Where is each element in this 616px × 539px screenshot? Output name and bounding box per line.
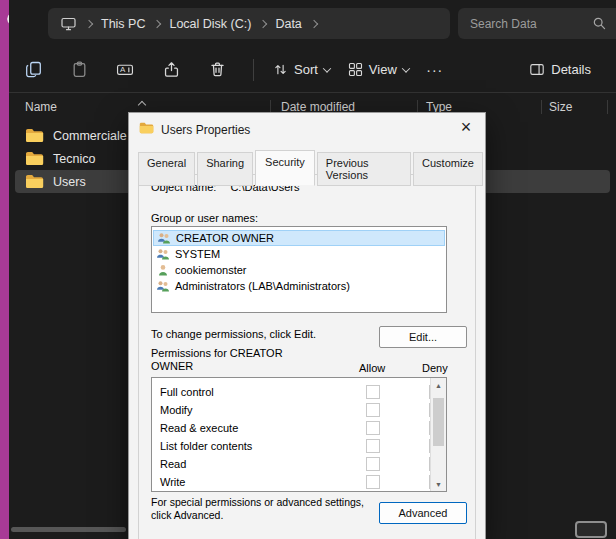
list-item-administrators[interactable]: Administrators (LAB\Administrators) [153, 278, 445, 294]
this-pc-icon [60, 16, 77, 32]
chevron-down-icon [402, 64, 410, 72]
scrollbar-thumb[interactable] [433, 398, 444, 446]
permission-name: Modify [160, 404, 192, 416]
sort-ascending-icon [138, 101, 146, 109]
allow-checkbox[interactable] [366, 403, 380, 417]
rename-button[interactable]: A [105, 52, 145, 88]
allow-checkbox[interactable] [366, 439, 380, 453]
tab-customize[interactable]: Customize [413, 152, 483, 186]
allow-column-label: Allow [359, 362, 385, 374]
view-button[interactable]: View [339, 52, 418, 88]
command-toolbar: A S [9, 47, 616, 93]
file-name: Tecnico [53, 152, 95, 166]
paste-icon [71, 61, 88, 78]
breadcrumb-local-disk-c[interactable]: Local Disk (C:) [169, 17, 251, 31]
details-label: Details [551, 62, 591, 77]
permission-row-full-control: Full control [152, 383, 446, 401]
scroll-up-icon[interactable]: ▲ [431, 378, 446, 392]
group-user-names-list: CREATOR OWNER SYSTEM cookiemonster [151, 226, 447, 313]
advanced-hint-text: For special permissions or advanced sett… [151, 496, 369, 521]
permission-row-list-folder-contents: List folder contents [152, 437, 446, 455]
column-size[interactable]: Size [549, 100, 572, 114]
scroll-down-icon[interactable]: ▼ [431, 477, 446, 491]
file-name: Users [53, 175, 86, 189]
allow-checkbox[interactable] [366, 385, 380, 399]
permission-row-modify: Modify [152, 401, 446, 419]
tab-previous-versions[interactable]: Previous Versions [317, 152, 411, 186]
group-icon [157, 232, 171, 245]
permission-row-write: Write [152, 473, 446, 491]
principal-name: SYSTEM [175, 248, 220, 260]
screen: This PC Local Disk (C:) Data [0, 0, 616, 539]
column-divider[interactable] [541, 100, 542, 114]
permissions-list: Full control Modify Read & execute List … [151, 377, 447, 492]
folder-icon [25, 128, 44, 143]
copy-button[interactable] [13, 52, 53, 88]
background-app-edge [0, 0, 9, 539]
chevron-down-icon [323, 64, 331, 72]
breadcrumb-data[interactable]: Data [275, 17, 301, 31]
breadcrumb-chevron-icon [85, 19, 93, 27]
dialog-title: Users Properties [161, 123, 250, 137]
permission-name: Read [160, 458, 186, 470]
tab-security[interactable]: Security [255, 150, 315, 186]
copy-icon [25, 61, 42, 78]
group-user-names-label: Group or user names: [151, 212, 258, 224]
ellipsis-icon: ··· [426, 62, 443, 78]
permission-name: Full control [160, 386, 214, 398]
trash-icon [209, 61, 226, 78]
allow-checkbox[interactable] [366, 475, 380, 489]
svg-text:A: A [120, 65, 126, 74]
principal-name: cookiemonster [175, 264, 247, 276]
delete-button[interactable] [197, 52, 237, 88]
tab-general[interactable]: General [138, 152, 195, 186]
breadcrumb-this-pc[interactable]: This PC [101, 17, 145, 31]
details-button[interactable]: Details [520, 52, 600, 88]
advanced-button[interactable]: Advanced [379, 502, 467, 524]
permission-row-read: Read [152, 455, 446, 473]
edit-button[interactable]: Edit... [379, 326, 467, 348]
share-icon [163, 61, 180, 78]
details-pane-icon [529, 62, 545, 77]
system-tray-icon[interactable] [575, 521, 607, 538]
horizontal-scrollbar-thumb[interactable] [11, 527, 126, 532]
permissions-for-label: Permissions for CREATOR OWNER [151, 347, 301, 373]
permission-name: List folder contents [160, 440, 252, 452]
group-icon [156, 280, 170, 293]
list-item-system[interactable]: SYSTEM [153, 246, 445, 262]
column-name[interactable]: Name [25, 100, 57, 114]
properties-dialog: Users Properties × General Sharing Secur… [128, 112, 486, 539]
share-button[interactable] [151, 52, 191, 88]
address-bar[interactable]: This PC Local Disk (C:) Data [48, 8, 450, 39]
column-divider[interactable] [607, 100, 608, 114]
allow-checkbox[interactable] [366, 421, 380, 435]
search-box [458, 8, 616, 39]
breadcrumb-chevron-icon [310, 19, 318, 27]
permission-name: Write [160, 476, 185, 488]
list-item-cookiemonster[interactable]: cookiemonster [153, 262, 445, 278]
paste-button[interactable] [59, 52, 99, 88]
tab-sharing[interactable]: Sharing [197, 152, 253, 186]
breadcrumb-chevron-icon [259, 19, 267, 27]
toolbar-divider [253, 59, 254, 81]
permissions-scrollbar[interactable]: ▲ ▼ [430, 378, 446, 491]
principal-name: Administrators (LAB\Administrators) [175, 280, 350, 292]
deny-column-label: Deny [422, 362, 448, 374]
list-item-creator-owner[interactable]: CREATOR OWNER [153, 230, 445, 246]
folder-icon [25, 151, 44, 166]
sort-label: Sort [294, 62, 318, 77]
principal-name: CREATOR OWNER [176, 232, 274, 244]
user-icon [156, 264, 170, 277]
breadcrumb-chevron-icon [153, 19, 161, 27]
file-name: Commerciale [53, 129, 127, 143]
more-options-button[interactable]: ··· [418, 52, 452, 88]
allow-checkbox[interactable] [366, 457, 380, 471]
sort-icon [273, 62, 288, 77]
search-icon [592, 16, 607, 31]
rename-icon: A [116, 61, 134, 78]
view-grid-icon [348, 62, 363, 77]
close-icon[interactable]: × [455, 116, 477, 138]
edit-hint-text: To change permissions, click Edit. [151, 328, 316, 340]
tab-strip: General Sharing Security Previous Versio… [138, 152, 485, 186]
sort-button[interactable]: Sort [264, 52, 339, 88]
